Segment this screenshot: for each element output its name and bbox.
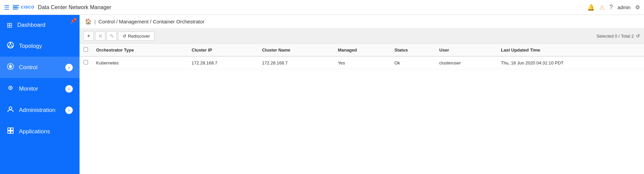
svg-point-8: [9, 65, 12, 67]
svg-point-3: [12, 46, 13, 47]
breadcrumb: 🏠 | Control / Management / Container Orc…: [80, 15, 644, 28]
cisco-label: CISCO: [21, 5, 35, 9]
refresh-icon[interactable]: ↺: [636, 33, 640, 39]
sidebar-label-administration: Administration: [19, 107, 61, 114]
svg-point-2: [8, 46, 9, 47]
col-cluster-ip: Cluster IP: [187, 44, 258, 56]
top-header: ☰ CISCO Data Center Network Manager 🔔 ⚠ …: [0, 0, 644, 15]
header-left: ☰ CISCO Data Center Network Manager: [4, 4, 111, 11]
breadcrumb-separator: |: [94, 19, 96, 24]
sidebar: 📌 ⊞ Dashboard Topology: [0, 15, 80, 174]
toolbar-right: Selected 0 / Total 2 ↺: [597, 33, 640, 39]
sidebar-item-administration[interactable]: Administration ›: [0, 99, 80, 121]
rediscover-icon: ↺: [123, 34, 126, 39]
cell-status: Ok: [390, 56, 435, 69]
warning-icon[interactable]: ⚠: [599, 4, 605, 11]
sidebar-item-applications[interactable]: Applications: [0, 121, 80, 142]
monitor-icon: [7, 84, 14, 93]
topology-icon: [7, 41, 14, 51]
header-right: 🔔 ⚠ ? admin ⚙: [587, 4, 640, 11]
svg-rect-14: [8, 131, 10, 133]
col-user: User: [435, 44, 497, 56]
cisco-logo: CISCO: [13, 5, 35, 9]
sidebar-label-control: Control: [19, 64, 61, 71]
sidebar-item-monitor[interactable]: Monitor ›: [0, 78, 80, 99]
sidebar-label-topology: Topology: [19, 43, 73, 50]
col-last-updated: Last Updated Time: [497, 44, 644, 56]
delete-button[interactable]: ✕: [95, 31, 105, 41]
toolbar: + ✕ ✎ ↺ Rediscover Selected 0 / Total 2 …: [80, 28, 644, 44]
table-container: Orchestrator Type Cluster IP Cluster Nam…: [80, 44, 644, 174]
sidebar-label-dashboard: Dashboard: [17, 22, 73, 28]
col-status: Status: [390, 44, 435, 56]
svg-rect-15: [11, 131, 13, 133]
svg-rect-12: [8, 128, 10, 130]
dashboard-icon: ⊞: [7, 21, 13, 29]
admin-label: admin: [618, 5, 630, 10]
cisco-bars-icon: [13, 5, 19, 9]
control-expand-arrow[interactable]: ›: [65, 64, 73, 71]
svg-line-4: [9, 44, 10, 46]
help-icon[interactable]: ?: [609, 4, 613, 11]
administration-expand-arrow[interactable]: ›: [65, 107, 73, 114]
administration-icon: [7, 105, 14, 115]
table-row[interactable]: Kubernetes 172.28.168.7 172.28.168.7 Yes…: [80, 56, 644, 69]
sidebar-item-topology[interactable]: Topology: [0, 35, 80, 57]
svg-rect-13: [11, 128, 13, 130]
add-button[interactable]: +: [84, 31, 94, 41]
row-checkbox[interactable]: [84, 60, 88, 64]
cell-orchestrator-type: Kubernetes: [92, 56, 187, 69]
selected-total-label: Selected 0 / Total 2: [597, 34, 634, 39]
select-all-col: [80, 44, 92, 56]
col-managed: Managed: [334, 44, 390, 56]
settings-icon[interactable]: ⚙: [635, 4, 640, 11]
row-checkbox-cell[interactable]: [80, 56, 92, 69]
cell-last-updated-time: Thu, 18 Jun 2020 04:31:10 PDT: [497, 56, 644, 69]
svg-point-1: [10, 42, 11, 44]
main-layout: 📌 ⊞ Dashboard Topology: [0, 15, 644, 174]
control-icon: [7, 63, 14, 72]
hamburger-icon[interactable]: ☰: [4, 4, 9, 11]
orchestrator-table: Orchestrator Type Cluster IP Cluster Nam…: [80, 44, 644, 69]
select-all-checkbox[interactable]: [84, 47, 88, 52]
sidebar-label-monitor: Monitor: [19, 85, 61, 92]
cell-cluster-name: 172.28.168.7: [258, 56, 334, 69]
monitor-expand-arrow[interactable]: ›: [65, 85, 73, 93]
cell-user: clusteruser: [435, 56, 497, 69]
col-orchestrator-type: Orchestrator Type: [92, 44, 187, 56]
home-icon[interactable]: 🏠: [85, 18, 92, 25]
sidebar-item-dashboard[interactable]: ⊞ Dashboard: [0, 15, 80, 35]
cell-managed: Yes: [334, 56, 390, 69]
sidebar-item-control[interactable]: Control ›: [0, 57, 80, 78]
breadcrumb-path: Control / Management / Container Orchest…: [98, 19, 204, 24]
rediscover-label: Rediscover: [128, 34, 150, 39]
svg-point-10: [10, 87, 11, 89]
table-header-row: Orchestrator Type Cluster IP Cluster Nam…: [80, 44, 644, 56]
edit-button[interactable]: ✎: [107, 31, 117, 41]
content-area: 🏠 | Control / Management / Container Orc…: [80, 15, 644, 174]
col-cluster-name: Cluster Name: [258, 44, 334, 56]
cell-cluster-ip: 172.28.168.7: [187, 56, 258, 69]
app-title: Data Center Network Manager: [38, 4, 111, 11]
rediscover-button[interactable]: ↺ Rediscover: [118, 32, 154, 41]
bell-icon[interactable]: 🔔: [587, 4, 595, 11]
svg-point-11: [9, 107, 12, 110]
applications-icon: [7, 127, 14, 136]
svg-line-5: [10, 44, 12, 46]
sidebar-label-applications: Applications: [19, 128, 73, 135]
toolbar-left: + ✕ ✎ ↺ Rediscover: [84, 31, 154, 41]
